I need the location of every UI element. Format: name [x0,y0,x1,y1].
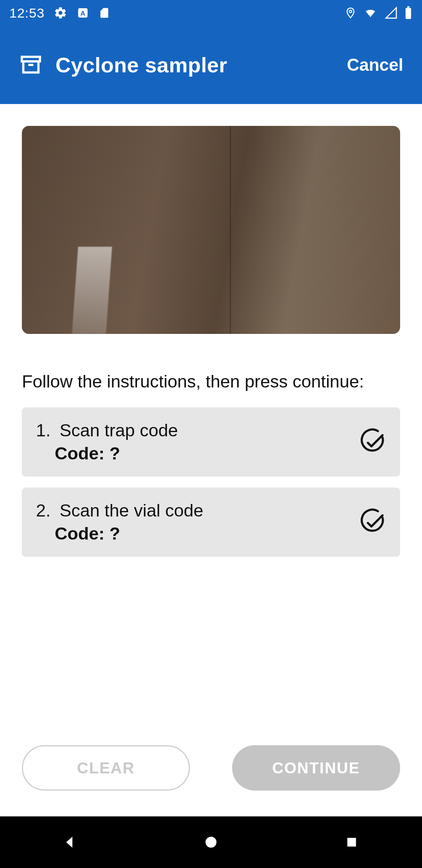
language-icon: A [77,7,89,19]
svg-text:A: A [80,9,86,17]
camera-preview[interactable] [22,126,400,334]
step-code-value: Code: ? [55,522,203,545]
system-nav-bar [0,816,422,868]
app-bar: Cyclone sampler Cancel [0,26,422,104]
status-bar: 12:53 A [0,0,422,26]
check-circle-icon [358,428,386,456]
step-number: 2. [36,499,55,522]
cell-signal-icon [384,7,398,19]
step-text: 2. Scan the vial code Code: ? [36,499,203,545]
nav-home-button[interactable] [168,816,254,868]
step-code-value: Code: ? [55,442,178,465]
wifi-icon [363,7,378,19]
bottom-button-row: CLEAR CONTINUE [0,745,422,791]
page-title: Cyclone sampler [55,53,227,77]
continue-button[interactable]: CONTINUE [232,745,400,791]
instructions-text: Follow the instructions, then press cont… [22,371,400,392]
location-pin-icon [345,6,356,20]
status-right [345,6,413,20]
archive-box-icon [19,53,43,77]
status-left: 12:53 A [9,5,110,21]
step-title: Scan the vial code [60,500,204,520]
status-time: 12:53 [9,5,45,21]
svg-rect-9 [347,838,356,846]
step-scan-vial[interactable]: 2. Scan the vial code Code: ? [22,488,400,557]
svg-rect-4 [407,6,409,8]
clear-button[interactable]: CLEAR [22,745,190,791]
app-bar-left: Cyclone sampler [19,53,227,77]
svg-rect-3 [406,8,411,19]
svg-rect-6 [23,61,39,72]
svg-point-2 [349,10,352,13]
gear-icon [54,6,67,20]
sd-card-icon [98,6,110,20]
nav-recent-button[interactable] [309,816,395,868]
svg-point-8 [206,837,216,848]
step-text: 1. Scan trap code Code: ? [36,419,178,465]
step-title: Scan trap code [60,420,178,440]
check-circle-icon [358,508,386,536]
nav-back-button[interactable] [27,816,113,868]
step-scan-trap[interactable]: 1. Scan trap code Code: ? [22,407,400,477]
battery-icon [404,6,413,20]
cancel-button[interactable]: Cancel [347,55,403,75]
step-number: 1. [36,419,55,442]
